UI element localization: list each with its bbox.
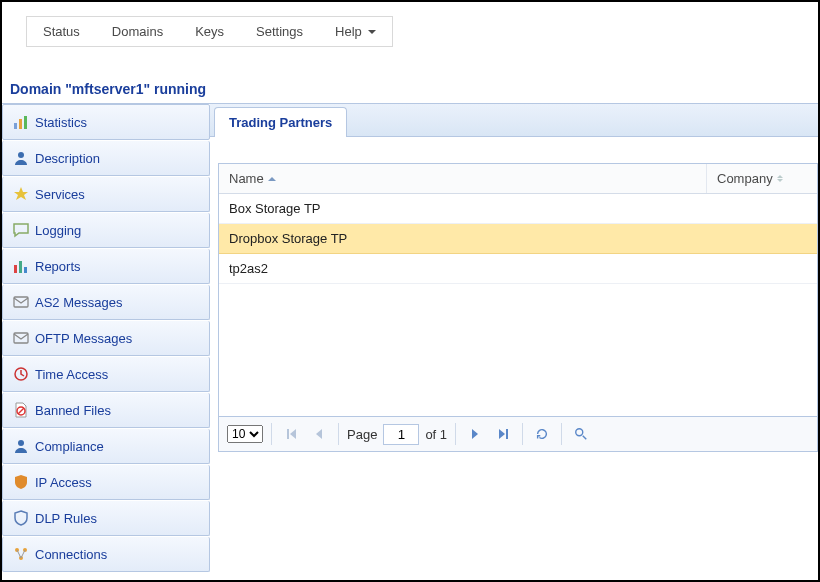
- sidebar-item-compliance[interactable]: Compliance: [2, 429, 210, 464]
- sidebar-item-as2-messages[interactable]: AS2 Messages: [2, 285, 210, 320]
- svg-point-11: [18, 440, 24, 446]
- sidebar-item-label: Compliance: [35, 439, 104, 454]
- sidebar-item-label: Connections: [35, 547, 107, 562]
- menu-keys[interactable]: Keys: [179, 17, 240, 46]
- menu-status[interactable]: Status: [27, 17, 96, 46]
- svg-rect-8: [14, 333, 28, 343]
- page-input[interactable]: [383, 424, 419, 445]
- page-size-select[interactable]: 10: [227, 425, 263, 443]
- blocked-file-icon: [13, 402, 29, 418]
- sort-asc-icon: [268, 177, 276, 181]
- pager: 10 Page of 1: [219, 416, 817, 451]
- sidebar-item-label: DLP Rules: [35, 511, 97, 526]
- divider: [338, 423, 339, 445]
- chat-icon: [13, 222, 29, 238]
- menu-domains[interactable]: Domains: [96, 17, 179, 46]
- menu-settings[interactable]: Settings: [240, 17, 319, 46]
- divider: [455, 423, 456, 445]
- chevron-down-icon: [368, 30, 376, 34]
- sidebar-item-connections[interactable]: Connections: [2, 537, 210, 572]
- message-icon: [13, 294, 29, 310]
- app-frame: Status Domains Keys Settings Help Domain…: [0, 0, 820, 582]
- sidebar-item-description[interactable]: Description: [2, 141, 210, 176]
- chart-icon: [13, 114, 29, 130]
- menu-label: Domains: [112, 24, 163, 39]
- person-icon: [13, 150, 29, 166]
- sidebar-item-time-access[interactable]: Time Access: [2, 357, 210, 392]
- clock-icon: [13, 366, 29, 382]
- cell-name: Box Storage TP: [219, 194, 817, 223]
- domain-status-title: Domain "mftserver1" running: [10, 81, 818, 97]
- svg-point-3: [18, 152, 24, 158]
- table-row[interactable]: tp2as2: [219, 254, 817, 284]
- sidebar-item-ip-access[interactable]: IP Access: [2, 465, 210, 500]
- sidebar-item-label: Reports: [35, 259, 81, 274]
- prev-page-button[interactable]: [308, 423, 330, 445]
- sidebar-item-label: Banned Files: [35, 403, 111, 418]
- tab-label: Trading Partners: [229, 115, 332, 130]
- svg-rect-1: [19, 119, 22, 129]
- sidebar-item-label: Description: [35, 151, 100, 166]
- menu-label: Status: [43, 24, 80, 39]
- sidebar-item-reports[interactable]: Reports: [2, 249, 210, 284]
- sidebar-item-label: OFTP Messages: [35, 331, 132, 346]
- svg-rect-0: [14, 123, 17, 129]
- shield-icon: [13, 474, 29, 490]
- message-icon: [13, 330, 29, 346]
- sidebar-item-label: AS2 Messages: [35, 295, 122, 310]
- sidebar-item-label: Logging: [35, 223, 81, 238]
- person-icon: [13, 438, 29, 454]
- grid-body: Box Storage TP Dropbox Storage TP tp2as2: [219, 194, 817, 416]
- svg-rect-6: [24, 267, 27, 273]
- column-header-name[interactable]: Name: [219, 164, 707, 193]
- grid-header: Name Company: [219, 164, 817, 194]
- last-page-button[interactable]: [492, 423, 514, 445]
- menubar: Status Domains Keys Settings Help: [26, 16, 393, 47]
- sidebar-item-logging[interactable]: Logging: [2, 213, 210, 248]
- links-icon: [13, 546, 29, 562]
- divider: [271, 423, 272, 445]
- menu-label: Settings: [256, 24, 303, 39]
- tab-strip: Trading Partners: [210, 104, 818, 137]
- first-page-button[interactable]: [280, 423, 302, 445]
- svg-rect-7: [14, 297, 28, 307]
- menu-label: Help: [335, 24, 362, 39]
- sidebar-item-dlp-rules[interactable]: DLP Rules: [2, 501, 210, 536]
- svg-rect-5: [19, 261, 22, 273]
- svg-rect-2: [24, 116, 27, 129]
- column-header-company[interactable]: Company: [707, 164, 817, 193]
- svg-point-15: [576, 429, 583, 436]
- trading-partners-grid: Name Company Box Storage TP: [218, 163, 818, 452]
- sidebar-item-label: Statistics: [35, 115, 87, 130]
- menu-help[interactable]: Help: [319, 17, 392, 46]
- svg-rect-4: [14, 265, 17, 273]
- cell-name: Dropbox Storage TP: [219, 224, 817, 253]
- tab-body: Name Company Box Storage TP: [210, 137, 818, 452]
- table-row[interactable]: Dropbox Storage TP: [219, 224, 817, 254]
- column-label: Company: [717, 171, 773, 186]
- menu-label: Keys: [195, 24, 224, 39]
- tab-trading-partners[interactable]: Trading Partners: [214, 107, 347, 137]
- sidebar-item-statistics[interactable]: Statistics: [2, 104, 210, 140]
- sidebar-item-label: Services: [35, 187, 85, 202]
- sidebar-item-label: Time Access: [35, 367, 108, 382]
- sidebar-item-oftp-messages[interactable]: OFTP Messages: [2, 321, 210, 356]
- content-area: Statistics Description Services Logging …: [2, 104, 818, 573]
- main-panel: Trading Partners Name Company: [210, 104, 818, 452]
- sidebar-item-services[interactable]: Services: [2, 177, 210, 212]
- sidebar-item-banned-files[interactable]: Banned Files: [2, 393, 210, 428]
- search-button[interactable]: [570, 423, 592, 445]
- column-label: Name: [229, 171, 264, 186]
- bar-chart-icon: [13, 258, 29, 274]
- sidebar: Statistics Description Services Logging …: [2, 104, 210, 573]
- divider: [561, 423, 562, 445]
- shield-rules-icon: [13, 510, 29, 526]
- divider: [522, 423, 523, 445]
- refresh-button[interactable]: [531, 423, 553, 445]
- next-page-button[interactable]: [464, 423, 486, 445]
- page-of-label: of 1: [425, 427, 447, 442]
- page-label: Page: [347, 427, 377, 442]
- sort-icon: [777, 175, 783, 182]
- table-row[interactable]: Box Storage TP: [219, 194, 817, 224]
- cell-name: tp2as2: [219, 254, 817, 283]
